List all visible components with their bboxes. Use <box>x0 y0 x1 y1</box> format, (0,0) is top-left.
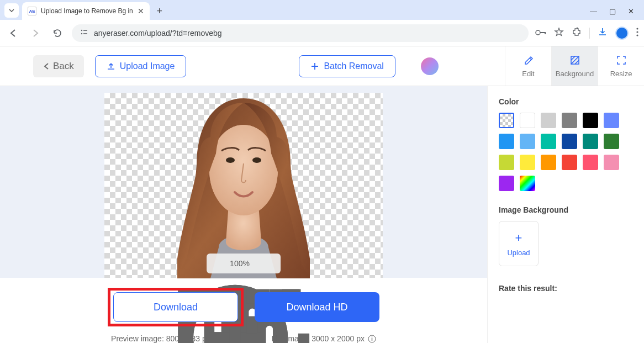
color-swatch-navy[interactable] <box>562 134 577 149</box>
menu-dots-icon[interactable] <box>636 28 638 39</box>
url-text: anyeraser.com/upload/?td=removebg <box>94 29 222 38</box>
color-swatch-red[interactable] <box>562 155 577 170</box>
svg-point-9 <box>636 34 638 36</box>
canvas-area: 100% Download <box>0 86 487 343</box>
info-icon[interactable] <box>368 335 376 343</box>
image-canvas[interactable]: 100% <box>104 93 383 278</box>
svg-point-0 <box>81 30 82 31</box>
download-hd-label: Download HD <box>286 302 347 313</box>
browser-tab[interactable]: AE Upload Image to Remove Bg in ✕ <box>22 2 150 20</box>
reload-button[interactable] <box>50 25 65 41</box>
nav-back-button[interactable] <box>6 25 21 41</box>
upload-icon <box>107 62 115 71</box>
svg-point-4 <box>536 30 540 35</box>
plus-icon <box>310 62 319 71</box>
browser-tab-strip: AE Upload Image to Remove Bg in ✕ + — ▢ … <box>0 0 644 20</box>
tool-tabs: Edit Background Resize <box>505 46 644 86</box>
color-swatch-yellow[interactable] <box>520 155 535 170</box>
color-swatch-pink-red[interactable] <box>583 155 598 170</box>
color-swatch-light-gray[interactable] <box>541 113 556 128</box>
site-settings-icon[interactable] <box>80 28 88 38</box>
svg-point-13 <box>226 157 235 163</box>
favicon-icon: AE <box>28 7 36 15</box>
tool-tab-background-label: Background <box>556 70 594 78</box>
color-swatch-dark-teal[interactable] <box>583 134 598 149</box>
tab-title: Upload Image to Remove Bg in <box>41 7 133 15</box>
svg-rect-6 <box>545 32 546 34</box>
divider <box>589 28 590 39</box>
tool-tab-background[interactable]: Background <box>551 46 598 86</box>
svg-point-14 <box>252 157 261 163</box>
result-image <box>166 93 321 278</box>
tab-close-button[interactable]: ✕ <box>138 7 144 15</box>
nav-forward-button[interactable] <box>28 25 43 41</box>
address-bar: anyeraser.com/upload/?td=removebg <box>0 20 644 46</box>
password-key-icon[interactable] <box>535 28 546 38</box>
downloads-icon[interactable] <box>598 27 608 39</box>
reload-icon <box>52 28 62 38</box>
upload-image-label: Upload Image <box>120 61 175 71</box>
download-hd-button[interactable]: Download HD <box>255 292 379 322</box>
color-swatch-purple[interactable] <box>499 176 514 191</box>
color-swatch-blue[interactable] <box>499 134 514 149</box>
tool-tab-edit[interactable]: Edit <box>505 46 551 86</box>
profile-avatar[interactable] <box>615 27 629 40</box>
rate-heading: Rate this result: <box>499 284 633 293</box>
chevron-down-icon <box>8 7 15 14</box>
svg-point-12 <box>209 125 278 215</box>
arrow-right-icon <box>30 28 40 38</box>
color-swatch-multicolor[interactable] <box>520 176 535 191</box>
svg-rect-1 <box>83 30 87 31</box>
svg-rect-23 <box>372 336 372 337</box>
sidebar-panel: Color Image Background + Upload Rate thi… <box>487 86 644 343</box>
download-button[interactable]: Download <box>113 292 238 322</box>
svg-point-8 <box>636 31 638 33</box>
image-bg-heading: Image Background <box>499 205 633 214</box>
color-swatch-black[interactable] <box>583 113 598 128</box>
app-toolbar: Back Upload Image Batch Removal Edit Bac… <box>0 46 644 86</box>
color-swatch-lime[interactable] <box>499 155 514 170</box>
tabs-dropdown-button[interactable] <box>4 3 19 18</box>
tool-tab-edit-label: Edit <box>522 70 534 78</box>
color-swatch-teal[interactable] <box>541 134 556 149</box>
color-swatch-orange[interactable] <box>541 155 556 170</box>
batch-removal-button[interactable]: Batch Removal <box>299 55 395 77</box>
bookmark-star-icon[interactable] <box>554 27 564 39</box>
color-swatch-pink[interactable] <box>604 155 619 170</box>
new-tab-button[interactable]: + <box>152 3 167 19</box>
zoom-toolbar: 100% <box>207 254 281 273</box>
color-swatch-gray[interactable] <box>562 113 577 128</box>
minimize-button[interactable]: — <box>590 7 597 15</box>
color-swatch-white[interactable] <box>520 113 535 128</box>
close-window-button[interactable]: ✕ <box>628 7 634 15</box>
window-controls: — ▢ ✕ <box>590 7 644 20</box>
arrow-left-icon <box>8 28 18 38</box>
batch-removal-label: Batch Removal <box>324 61 384 71</box>
back-button[interactable]: Back <box>33 55 84 77</box>
color-swatch-indigo[interactable] <box>604 113 619 128</box>
download-label: Download <box>154 302 198 313</box>
main-area: 100% Download <box>0 86 644 343</box>
maximize-button[interactable]: ▢ <box>609 7 616 15</box>
extensions-icon[interactable] <box>572 27 582 39</box>
user-avatar[interactable] <box>421 57 439 75</box>
svg-rect-24 <box>372 338 372 341</box>
resize-icon <box>616 55 627 67</box>
color-swatch-grid <box>499 113 633 191</box>
color-swatch-green[interactable] <box>604 134 619 149</box>
upload-bg-label: Upload <box>507 249 530 257</box>
tool-tab-resize[interactable]: Resize <box>598 46 644 86</box>
color-swatch-transparent[interactable] <box>499 113 514 128</box>
edit-icon <box>523 55 534 67</box>
upload-bg-tile[interactable]: + Upload <box>499 221 539 266</box>
color-swatch-light-blue[interactable] <box>520 134 535 149</box>
url-input[interactable]: anyeraser.com/upload/?td=removebg <box>72 24 529 42</box>
tool-tab-resize-label: Resize <box>610 70 632 78</box>
back-label: Back <box>53 61 74 72</box>
svg-point-7 <box>636 28 638 29</box>
color-heading: Color <box>499 97 633 106</box>
svg-point-2 <box>81 33 82 34</box>
upload-image-button[interactable]: Upload Image <box>95 55 187 77</box>
svg-rect-3 <box>83 33 87 34</box>
plus-icon: + <box>515 231 522 245</box>
